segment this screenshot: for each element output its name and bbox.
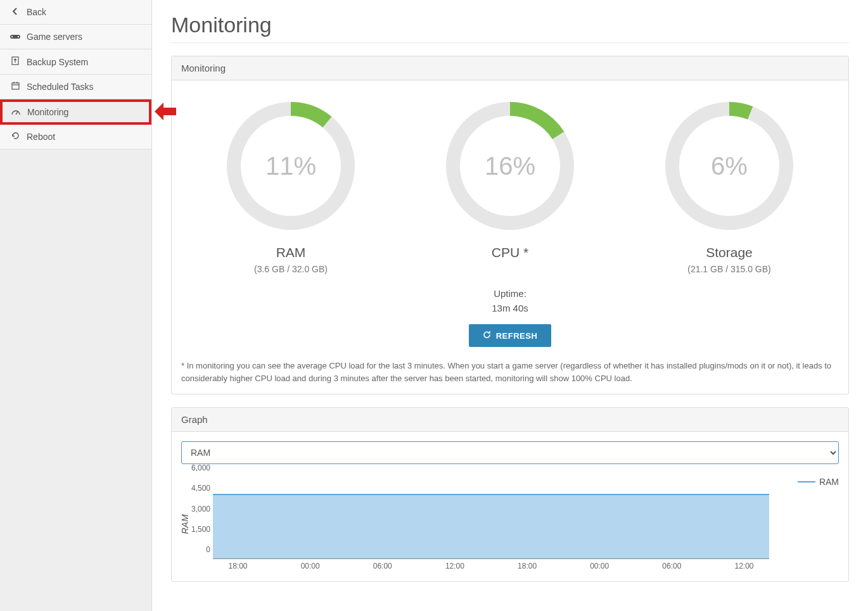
gauge-ram: 11% RAM (3.6 GB / 32.0 GB) [196, 99, 386, 274]
gauge-storage-label: Storage [634, 245, 824, 260]
gauge-ram-sub: (3.6 GB / 32.0 GB) [196, 264, 386, 274]
gauge-storage: 6% Storage (21.1 GB / 315.0 GB) [634, 99, 824, 274]
gauge-ram-label: RAM [196, 245, 386, 260]
sidebar-item-game-servers[interactable]: Game servers [0, 25, 151, 49]
gauge-ram-pct: 11% [224, 99, 357, 232]
sidebar-item-label: Reboot [27, 132, 55, 142]
refresh-icon [483, 331, 491, 341]
sidebar-item-back[interactable]: Back [0, 0, 151, 25]
main-content: Monitoring Monitoring 11% RAM (3. [152, 0, 868, 611]
sidebar-item-label: Backup System [27, 57, 88, 67]
svg-rect-2 [18, 36, 19, 37]
dashboard-icon [11, 107, 21, 117]
refresh-button-label: REFRESH [496, 331, 538, 341]
gauge-cpu: 16% CPU * [415, 99, 605, 274]
sidebar-item-label: Game servers [27, 32, 82, 42]
gauge-storage-pct: 6% [663, 99, 796, 232]
monitoring-panel: Monitoring 11% RAM (3.6 GB / 32.0 GB) [171, 56, 849, 394]
highlight-arrow-icon [155, 103, 176, 120]
sidebar-item-label: Monitoring [27, 107, 68, 117]
legend-line-icon [798, 481, 815, 482]
sidebar-item-label: Scheduled Tasks [27, 82, 94, 92]
svg-rect-4 [12, 83, 19, 89]
file-upload-icon [10, 56, 20, 67]
sidebar-item-monitoring[interactable]: Monitoring [0, 99, 151, 125]
monitoring-footnote: * In monitoring you can see the average … [181, 360, 839, 384]
sidebar-item-scheduled-tasks[interactable]: Scheduled Tasks [0, 75, 151, 99]
chart-legend-label: RAM [819, 477, 839, 487]
chart-legend: RAM [798, 477, 839, 487]
uptime-label: Uptime: [181, 287, 839, 301]
gauge-storage-sub: (21.1 GB / 315.0 GB) [634, 264, 824, 274]
refresh-button[interactable]: REFRESH [469, 324, 552, 347]
refresh-icon [10, 132, 20, 142]
sidebar-item-backup-system[interactable]: Backup System [0, 49, 151, 75]
sidebar-item-reboot[interactable]: Reboot [0, 125, 151, 149]
chevron-left-icon [10, 7, 20, 17]
gauge-cpu-pct: 16% [444, 99, 577, 232]
sidebar: Back Game servers Backup System Schedule… [0, 0, 152, 611]
graph-metric-select[interactable]: RAM [181, 441, 839, 464]
graph-panel: Graph RAM RAM RAM 01,5003,0004,5006,000 … [171, 407, 849, 582]
uptime-value: 13m 40s [181, 301, 839, 316]
monitoring-panel-header: Monitoring [172, 56, 848, 80]
ram-chart: RAM RAM 01,5003,0004,5006,000 18:0000:00… [181, 477, 839, 572]
uptime-block: Uptime: 13m 40s [181, 287, 839, 315]
gamepad-icon [10, 32, 20, 42]
svg-rect-1 [11, 36, 13, 37]
page-title: Monitoring [171, 13, 849, 43]
calendar-icon [10, 82, 20, 92]
sidebar-item-label: Back [27, 7, 46, 17]
gauge-cpu-label: CPU * [415, 245, 605, 260]
graph-panel-header: Graph [172, 408, 848, 432]
svg-line-8 [16, 111, 18, 115]
